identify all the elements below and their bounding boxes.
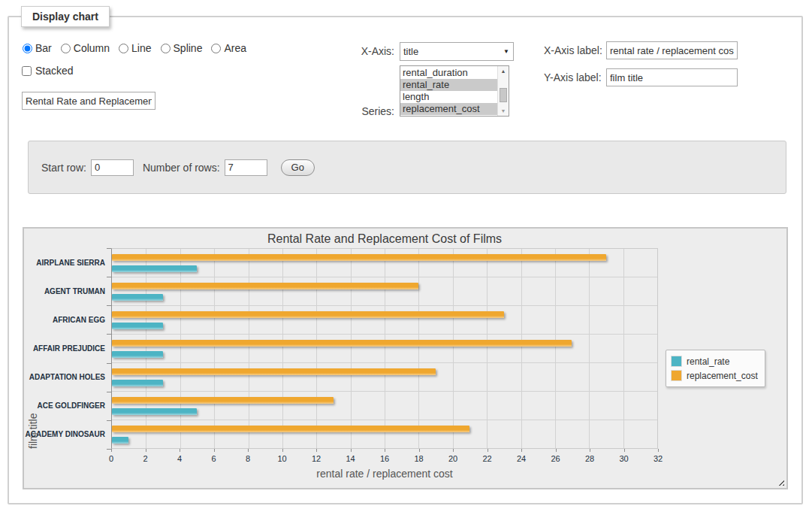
- x-tickmark: [419, 449, 420, 452]
- series-caption: Series:: [331, 105, 394, 117]
- chart-type-radio-spline[interactable]: [161, 44, 171, 53]
- legend-item-rental_rate[interactable]: rental_rate: [672, 354, 758, 368]
- chart-type-spline[interactable]: Spline: [161, 42, 203, 54]
- chart-type-label-bar: Bar: [35, 42, 52, 54]
- series-scrollbar[interactable]: ▲ ▼: [497, 66, 509, 116]
- chart-type-radio-bar[interactable]: [23, 44, 32, 53]
- x-tick-label: 32: [654, 454, 663, 463]
- num-rows-input[interactable]: [225, 159, 267, 176]
- x-tick-label: 14: [346, 454, 355, 463]
- chart-type-line[interactable]: Line: [119, 42, 151, 54]
- stacked-checkbox-row[interactable]: Stacked: [22, 65, 74, 77]
- bar-rental_rate[interactable]: [112, 380, 163, 386]
- display-chart-fieldset: Display chart BarColumnLineSplineArea St…: [8, 16, 803, 504]
- series-listbox[interactable]: rental_durationrental_ratelengthreplacem…: [400, 65, 509, 117]
- legend-swatch-rental_rate: [672, 356, 681, 366]
- series-option-replacement_cost[interactable]: replacement_cost: [400, 103, 497, 115]
- bar-replacement_cost[interactable]: [112, 340, 572, 347]
- bar-rental_rate[interactable]: [112, 408, 197, 415]
- gridline-v: [487, 249, 488, 448]
- x-tickmark: [316, 449, 317, 452]
- bar-replacement_cost[interactable]: [112, 283, 418, 289]
- x-tick-label: 30: [619, 454, 628, 463]
- gridline-v: [418, 249, 419, 448]
- fieldset-legend: Display chart: [21, 6, 110, 27]
- bar-rental_rate[interactable]: [112, 265, 197, 272]
- scroll-down-icon[interactable]: ▼: [501, 106, 506, 116]
- x-tickmark: [453, 449, 454, 452]
- start-row-input[interactable]: [91, 159, 134, 176]
- bar-rental_rate[interactable]: [112, 323, 163, 329]
- gridline-v: [214, 249, 215, 448]
- chart-type-bar[interactable]: Bar: [23, 42, 52, 54]
- x-tick-label: 12: [312, 454, 321, 463]
- bar-rental_rate[interactable]: [112, 294, 163, 301]
- x-tick-label: 24: [517, 454, 526, 463]
- bar-replacement_cost[interactable]: [112, 368, 436, 375]
- gridline-v: [146, 249, 146, 448]
- chart-type-label-area: Area: [224, 42, 246, 54]
- scrollbar-track[interactable]: [498, 76, 509, 106]
- x-tickmark: [658, 449, 659, 452]
- category-label: AGENT TRUMAN: [24, 277, 105, 305]
- series-option-rental_rate[interactable]: rental_rate: [400, 79, 497, 91]
- gridline-v: [282, 249, 283, 448]
- gridline-v: [453, 249, 454, 448]
- go-button[interactable]: Go: [281, 159, 315, 176]
- bar-replacement_cost[interactable]: [112, 426, 469, 432]
- x-tickmark: [556, 449, 557, 452]
- x-tick-label: 18: [414, 454, 423, 463]
- x-tickmark: [214, 449, 215, 452]
- num-rows-label: Number of rows:: [143, 162, 220, 174]
- series-options: rental_durationrental_ratelengthreplacem…: [400, 66, 497, 116]
- x-axis-label-input[interactable]: [606, 41, 738, 59]
- bar-replacement_cost[interactable]: [112, 311, 504, 318]
- bar-replacement_cost[interactable]: [112, 397, 334, 404]
- x-tick-label: 22: [482, 454, 491, 463]
- chart-panel: Rental Rate and Replacement Cost of Film…: [23, 227, 788, 489]
- x-tickmark: [590, 449, 590, 452]
- x-axis-caption: X-Axis:: [331, 45, 394, 57]
- x-tickmark: [111, 449, 112, 452]
- legend-label-rental_rate: rental_rate: [687, 356, 729, 367]
- category-tickmark: [107, 449, 111, 450]
- gridline-v: [623, 249, 624, 448]
- series-option-rental_duration[interactable]: rental_duration: [400, 67, 497, 79]
- chart-type-label-line: Line: [131, 42, 151, 54]
- y-axis-label-input[interactable]: [606, 68, 738, 86]
- legend-label-replacement_cost: replacement_cost: [687, 371, 758, 381]
- x-tick-label: 26: [551, 454, 560, 463]
- x-tickmark: [385, 449, 385, 452]
- start-row-label: Start row:: [41, 162, 86, 174]
- x-tick-label: 2: [143, 454, 147, 463]
- gridline-v: [555, 249, 556, 448]
- chart-type-radio-line[interactable]: [119, 44, 128, 53]
- series-option-length[interactable]: length: [400, 91, 497, 103]
- x-axis-select[interactable]: title: [400, 42, 514, 61]
- category-tickmark: [107, 305, 111, 306]
- x-tickmark: [146, 449, 146, 452]
- category-label: AFRICAN EGG: [24, 305, 105, 334]
- scroll-up-icon[interactable]: ▲: [501, 66, 506, 76]
- category-label: ACADEMY DINOSAUR: [24, 420, 105, 449]
- chart-type-column[interactable]: Column: [61, 42, 110, 54]
- bar-replacement_cost[interactable]: [112, 254, 606, 261]
- category-tickmark: [107, 420, 111, 421]
- y-axis-label-caption: Y-Axis label:: [544, 71, 602, 83]
- chart-type-area[interactable]: Area: [211, 42, 246, 54]
- stacked-checkbox[interactable]: [22, 66, 32, 76]
- category-tickmark: [107, 334, 111, 335]
- category-tickmark: [107, 363, 111, 364]
- x-axis-title: rental rate / replacement cost: [111, 468, 658, 480]
- scrollbar-thumb[interactable]: [500, 88, 507, 102]
- category-label: AIRPLANE SIERRA: [24, 248, 105, 277]
- chart-type-radio-area[interactable]: [211, 44, 221, 53]
- legend-item-replacement_cost[interactable]: replacement_cost: [672, 368, 758, 383]
- bar-rental_rate[interactable]: [112, 351, 163, 358]
- chart-type-label-column: Column: [74, 42, 110, 54]
- chart-title-input[interactable]: [22, 92, 155, 110]
- bar-rental_rate[interactable]: [112, 437, 128, 444]
- resize-handle-icon[interactable]: [776, 477, 784, 486]
- category-tickmark: [107, 248, 111, 249]
- chart-type-radio-column[interactable]: [61, 44, 71, 53]
